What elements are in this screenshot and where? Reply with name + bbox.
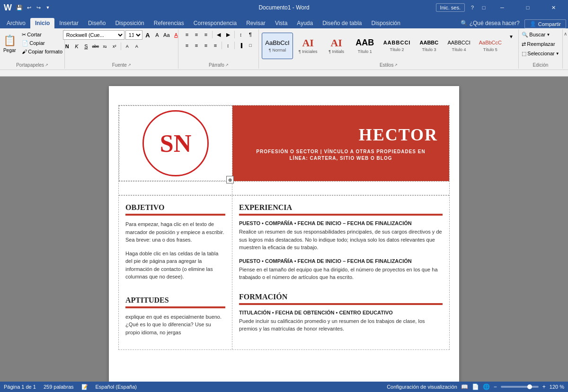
view-config-label[interactable]: Configuración de visualización (387, 384, 457, 390)
avatar-cell: SN (119, 105, 232, 181)
print-view-icon[interactable]: 📄 (472, 383, 479, 390)
tab-diseno[interactable]: Diseño (83, 18, 110, 28)
tab-correspondencia[interactable]: Correspondencia (189, 18, 241, 28)
resume-header: SN HECTOR PROFESIÓN O SECTOR | VÍNCULO A… (119, 105, 449, 181)
copy-button[interactable]: 📄 Copiar (20, 39, 64, 47)
resume-table[interactable]: SN HECTOR PROFESIÓN O SECTOR | VÍNCULO A… (118, 105, 450, 350)
style-titulo3-preview: AABBC (420, 40, 439, 46)
title-bar: W 💾 ↩ ↪ ▼ Documento1 - Word Inic. ses. ?… (0, 0, 568, 15)
avatar-circle: SN (142, 110, 209, 176)
close-button[interactable]: ✕ (542, 0, 564, 15)
style-titulo2[interactable]: AABBCCI Título 2 (380, 33, 414, 59)
style-iniciales-label: ¶ Iniciales (299, 49, 318, 54)
paragraph-expand-icon[interactable]: ↗ (225, 63, 229, 67)
read-view-icon[interactable]: 📖 (461, 383, 468, 390)
customize-icon[interactable]: ▼ (44, 4, 52, 11)
tab-referencias[interactable]: Referencias (149, 18, 189, 28)
tab-vista[interactable]: Vista (270, 18, 292, 28)
font-family-select[interactable]: Rockwell (Cue... (63, 30, 124, 40)
share-icon: 👤 (530, 21, 536, 27)
italic-button[interactable]: K (72, 42, 81, 51)
select-button[interactable]: ⬚ Seleccionar ▼ (520, 49, 561, 58)
replace-button[interactable]: ⇄ Reemplazar (520, 40, 557, 48)
tab-disposicion2[interactable]: Disposición (367, 18, 405, 28)
style-titulo5[interactable]: AaBbCcC Título 5 (476, 33, 505, 59)
underline-button[interactable]: S (82, 42, 90, 51)
sign-in-button[interactable]: Inic. ses. (436, 3, 465, 12)
strikethrough-button[interactable]: abc (91, 42, 100, 51)
style-initials[interactable]: AI ¶ Initials (323, 33, 350, 59)
ribbon-collapse[interactable]: ∧ (563, 29, 568, 69)
justify-button[interactable]: ≡ (211, 41, 220, 50)
format-painter-button[interactable]: 🖌 Copiar formato (20, 47, 64, 56)
multilevel-button[interactable]: ≡ (202, 30, 210, 39)
font-expand-icon[interactable]: ↗ (128, 63, 131, 67)
indent-more-button[interactable]: ▶ (224, 30, 232, 39)
save-icon[interactable]: 💾 (16, 4, 23, 11)
move-icon: ⊕ (228, 177, 232, 183)
font-shrink-button[interactable]: A (153, 31, 161, 39)
tab-disposicion[interactable]: Disposición (110, 18, 149, 28)
form1-title: TITULACIÓN • FECHA DE OBTENCIÓN • CENTRO… (239, 310, 443, 315)
font-case-button[interactable]: Aa (162, 31, 171, 39)
bold-button[interactable]: N (63, 42, 71, 51)
zoom-slider[interactable] (501, 386, 539, 388)
bullets-button[interactable]: ≡ (183, 30, 191, 39)
word-icon[interactable]: W (4, 3, 12, 13)
zoom-in-icon[interactable]: + (542, 383, 546, 390)
aptitudes-text: explique en qué es especialmente bueno. … (125, 313, 225, 337)
share-button[interactable]: 👤 Compartir (524, 19, 566, 28)
search-button[interactable]: 🔍 Buscar ▼ (520, 30, 552, 39)
search-tab[interactable]: 🔍 ¿Qué desea hacer? (456, 18, 524, 28)
shading-button[interactable]: ▐ (237, 41, 245, 50)
sort-button[interactable]: ↕ (237, 30, 245, 39)
cut-button[interactable]: ✂ Cortar (20, 30, 64, 39)
style-titulo4[interactable]: AABBCCI Título 4 (444, 33, 473, 59)
align-left-button[interactable]: ≡ (183, 41, 191, 50)
table-move-handle[interactable]: ⊕ (226, 176, 234, 183)
clipboard-expand-icon[interactable]: ↗ (45, 63, 48, 67)
help-icon[interactable]: ? (469, 4, 476, 11)
tab-revisar[interactable]: Revisar (241, 18, 270, 28)
style-iniciales[interactable]: AI ¶ Iniciales (295, 33, 321, 59)
tab-archivo[interactable]: Archivo (2, 18, 30, 28)
style-normal[interactable]: AaBbCcI ¶ Normal (262, 33, 293, 59)
edit-content: 🔍 Buscar ▼ ⇄ Reemplazar ⬚ Seleccionar ▼ (520, 30, 561, 61)
show-marks-button[interactable]: ¶ (246, 30, 255, 39)
superscript-button[interactable]: x² (110, 42, 119, 51)
clipboard-group: 📋 Pegar ✂ Cortar 📄 Copiar 🖌 Copiar forma… (0, 29, 65, 69)
document-area[interactable]: ⊕ SN HECTOR PROFESIÓN O SECTOR | VÍNCULO… (0, 77, 568, 382)
ribbon-display-icon[interactable]: □ (480, 4, 488, 11)
objetivo-bar (125, 214, 225, 216)
styles-expand-icon[interactable]: ↗ (394, 63, 398, 67)
subscript-button[interactable]: x₂ (101, 42, 109, 51)
font-color-button[interactable]: A (133, 42, 141, 51)
style-titulo3[interactable]: AABBC Título 3 (416, 33, 442, 59)
align-center-button[interactable]: ≡ (192, 41, 201, 50)
tab-insertar[interactable]: Insertar (54, 18, 83, 28)
line-spacing-button[interactable]: ↕ (224, 41, 232, 50)
web-view-icon[interactable]: 🌐 (483, 383, 490, 390)
tab-inicio[interactable]: Inicio (30, 18, 54, 28)
tab-ayuda[interactable]: Ayuda (292, 18, 318, 28)
borders-button[interactable]: □ (246, 41, 255, 50)
zoom-out-icon[interactable]: − (494, 383, 497, 390)
tab-diseno-tabla[interactable]: Diseño de tabla (318, 18, 366, 28)
maximize-button[interactable]: □ (517, 0, 539, 15)
redo-icon[interactable]: ↪ (35, 4, 42, 11)
styles-more-button[interactable]: ▼ (507, 32, 515, 41)
indent-less-button[interactable]: ◀ (214, 30, 223, 39)
style-titulo1[interactable]: AAB Título 1 (352, 33, 378, 59)
minimize-button[interactable]: ─ (491, 0, 513, 15)
undo-icon[interactable]: ↩ (25, 4, 33, 11)
font-grow-button[interactable]: A (143, 31, 152, 39)
align-right-button[interactable]: ≡ (202, 41, 210, 50)
search-icon: 🔍 (461, 20, 468, 26)
highlight-button[interactable]: A (123, 42, 132, 51)
numbering-button[interactable]: ≡ (192, 30, 201, 39)
ribbon-footer (0, 70, 568, 77)
paste-button[interactable]: 📋 Pegar (0, 30, 19, 57)
share-label: Compartir (538, 21, 561, 27)
zoom-level[interactable]: 120 % (550, 384, 564, 390)
font-size-select[interactable]: 11 (125, 30, 142, 40)
